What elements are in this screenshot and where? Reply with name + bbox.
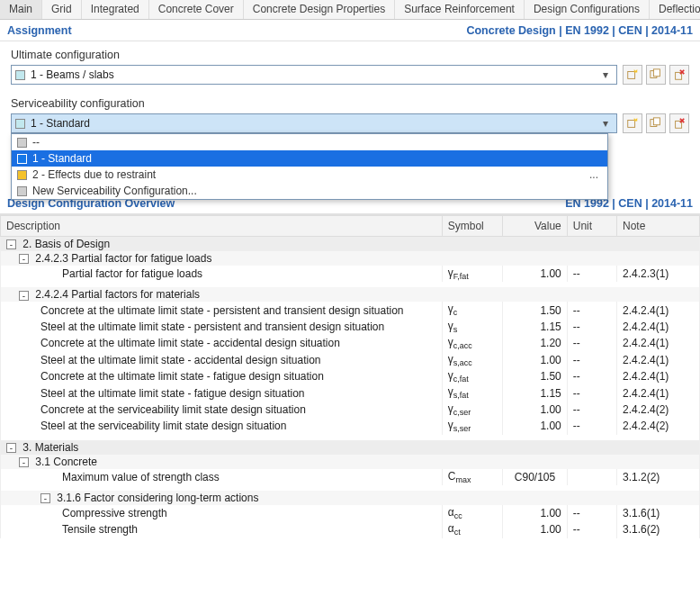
dropdown-item-label: 2 - Effects due to restraint [32,168,156,181]
group-label: 3. Materials [20,441,78,454]
cell-symbol: γs,ser [442,418,502,434]
cell-note: 2.4.2.4(1) [616,335,699,351]
col-note[interactable]: Note [616,216,699,237]
swatch-icon [15,70,25,80]
cell-value[interactable]: 1.15 [503,384,568,401]
chevron-down-icon: ▾ [598,117,613,130]
col-value[interactable]: Value [503,216,568,237]
copy-button[interactable] [646,113,666,133]
delete-button[interactable] [669,113,689,133]
tab-main[interactable]: Main [0,0,42,19]
cell-value[interactable]: 1.00 [503,266,568,282]
table-row[interactable]: Concrete at the ultimate limit state - p… [1,302,700,318]
table-row[interactable]: Steel at the ultimate limit state - pers… [1,319,700,335]
cell-note: 2.4.2.4(1) [616,384,699,401]
new-button[interactable] [623,113,642,133]
col-symbol[interactable]: Symbol [442,216,502,237]
cell-value[interactable]: 1.00 [503,418,568,434]
table-row[interactable]: - 3. Materials [1,440,700,455]
cell-value[interactable]: C90/105 [503,469,568,485]
cell-value[interactable]: 1.20 [503,335,568,351]
cell-symbol: αcc [442,505,502,521]
cell-description: Concrete at the ultimate limit state - a… [1,335,443,351]
cell-value[interactable]: 1.50 [503,302,568,318]
tree-toggle-icon[interactable]: - [6,443,16,453]
tab-concrete-cover[interactable]: Concrete Cover [149,0,244,19]
group-label: 3.1 Concrete [32,456,97,468]
cell-value[interactable]: 1.00 [503,402,568,418]
cell-unit: -- [567,402,616,418]
cell-note: 3.1.6(2) [616,521,699,537]
chevron-down-icon: ▾ [598,68,613,81]
table-row[interactable]: - 2.4.2.4 Partial factors for materials [1,287,700,302]
col-unit[interactable]: Unit [567,216,616,237]
table-row[interactable]: Steel at the ultimate limit state - fati… [1,384,700,401]
tree-toggle-icon[interactable]: - [6,239,16,249]
serviceability-dropdown[interactable]: --1 - Standard2 - Effects due to restrai… [11,133,608,200]
tab-surface-reinforcement[interactable]: Surface Reinforcement [395,0,525,19]
tree-toggle-icon[interactable]: - [19,291,29,301]
cell-description: Steel at the serviceability limit state … [1,418,443,434]
cell-symbol: γs [442,319,502,335]
dropdown-item[interactable]: 2 - Effects due to restraint... [12,167,607,183]
cell-unit: -- [567,505,616,521]
table-row[interactable]: Maximum value of strength classCmaxC90/1… [1,469,700,485]
cell-description: Concrete at the ultimate limit state - f… [1,368,443,384]
cell-value[interactable]: 1.00 [503,521,568,537]
cell-description: Steel at the ultimate limit state - pers… [1,319,443,335]
table-row[interactable]: - 2.4.2.3 Partial factor for fatigue loa… [1,251,700,266]
tree-toggle-icon[interactable]: - [19,254,29,264]
svg-rect-0 [628,72,635,79]
cell-note: 2.4.2.4(2) [616,402,699,418]
ultimate-value: 1 - Beams / slabs [31,68,598,81]
svg-rect-3 [653,69,660,77]
cell-value[interactable]: 1.00 [503,505,568,521]
delete-button[interactable] [669,65,689,85]
table-row[interactable]: - 3.1.6 Factor considering long-term act… [1,491,700,505]
col-description[interactable]: Description [1,216,443,237]
cell-symbol: γc,ser [442,402,502,418]
table-row[interactable]: Compressive strengthαcc1.00--3.1.6(1) [1,505,700,521]
cell-symbol: γc,acc [442,335,502,351]
table-row[interactable]: Concrete at the serviceability limit sta… [1,402,700,418]
ellipsis-icon: ... [589,168,602,181]
tree-toggle-icon[interactable]: - [19,457,29,467]
table-row[interactable]: Concrete at the ultimate limit state - f… [1,368,700,384]
new-button[interactable] [623,65,642,85]
copy-button[interactable] [646,65,666,85]
cell-value[interactable]: 1.15 [503,319,568,335]
ultimate-combo[interactable]: 1 - Beams / slabs ▾ [11,65,617,85]
tab-concrete-design-properties[interactable]: Concrete Design Properties [244,0,395,19]
table-row[interactable]: Concrete at the ultimate limit state - a… [1,335,700,351]
tab-design-configurations[interactable]: Design Configurations [525,0,650,19]
tab-integrated[interactable]: Integrated [82,0,149,19]
table-row[interactable]: Tensile strengthαct1.00--3.1.6(2) [1,521,700,537]
dropdown-item[interactable]: 1 - Standard [12,150,607,167]
cell-description: Concrete at the serviceability limit sta… [1,402,443,418]
serviceability-combo[interactable]: 1 - Standard ▾ [11,113,617,133]
cell-unit: -- [567,335,616,351]
tab-deflection[interactable]: Deflection [650,0,700,19]
cell-unit: -- [567,302,616,318]
assignment-header: Assignment Concrete Design | EN 1992 | C… [0,20,700,41]
serviceability-value: 1 - Standard [31,117,598,130]
table-row[interactable]: Steel at the ultimate limit state - acci… [1,352,700,368]
assignment-title: Assignment [7,24,72,37]
cell-unit: -- [567,418,616,434]
dropdown-item[interactable]: New Serviceability Configuration... [12,183,607,199]
cell-unit: -- [567,521,616,537]
table-row[interactable]: Partial factor for fatigue loadsγF,fat1.… [1,266,700,282]
cell-value[interactable]: 1.00 [503,352,568,368]
overview-table: Description Symbol Value Unit Note - 2. … [0,214,700,538]
cell-symbol: γs,acc [442,352,502,368]
table-row[interactable]: Steel at the serviceability limit state … [1,418,700,434]
cell-value[interactable]: 1.50 [503,368,568,384]
dropdown-item[interactable]: -- [12,134,607,150]
tab-grid[interactable]: Grid [42,0,82,19]
assignment-panel: Ultimate configuration 1 - Beams / slabs… [0,41,700,149]
tree-toggle-icon[interactable]: - [40,493,50,503]
swatch-icon [17,186,27,196]
table-row[interactable]: - 2. Basis of Design [1,237,700,252]
table-row[interactable]: - 3.1 Concrete [1,455,700,469]
cell-description: Concrete at the ultimate limit state - p… [1,302,443,318]
